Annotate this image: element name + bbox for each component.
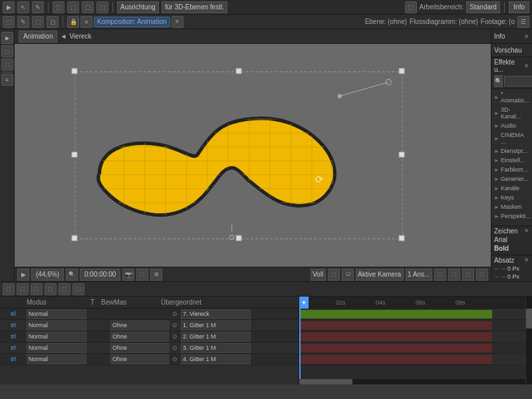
- ubername-dropdown-5[interactable]: 4. Gitter 1 M: [181, 354, 251, 364]
- timeline-right-scrollbar[interactable]: [525, 297, 532, 384]
- tool-icon-5[interactable]: ⬚: [82, 1, 94, 13]
- modus-dropdown-4[interactable]: Normal: [27, 343, 86, 353]
- effect-label: Kanäle: [501, 185, 519, 192]
- left-tool-4[interactable]: ≡: [1, 74, 13, 86]
- ubername-dropdown-3[interactable]: 2. Gitter 1 M: [181, 332, 251, 342]
- tool-s3[interactable]: ⬚: [32, 16, 44, 28]
- close-effekte-icon[interactable]: ✕: [524, 63, 529, 69]
- tool-s4[interactable]: ◻: [47, 16, 59, 28]
- view-icon-3[interactable]: ⬚: [462, 269, 474, 281]
- menu-icon[interactable]: ☰: [517, 16, 529, 28]
- modus-dropdown-1[interactable]: Normal: [27, 309, 86, 319]
- ubername-dropdown-2[interactable]: 1. Gitter 1 M: [181, 321, 251, 331]
- layer-label-2: trl: [0, 322, 27, 329]
- left-tool-2[interactable]: ⬚: [1, 45, 13, 57]
- effect-item-einstell[interactable]: ► Einstell...: [491, 156, 532, 165]
- ubername-dropdown-4[interactable]: 3. Gitter 1 M: [181, 343, 251, 353]
- track-row-1[interactable]: [299, 309, 525, 320]
- close-absatz-icon[interactable]: ✕: [524, 257, 529, 264]
- play-icon[interactable]: ▶: [17, 269, 29, 281]
- effect-item-generier[interactable]: ► Generier...: [491, 174, 532, 184]
- effect-item-keys[interactable]: ► Keys: [491, 193, 532, 202]
- svg-rect-7: [236, 235, 241, 241]
- effect-item-animatio[interactable]: ► * Animatio...: [491, 89, 532, 105]
- modus-dropdown-5[interactable]: Normal: [27, 354, 86, 364]
- effect-item-kanale[interactable]: ► Kanäle: [491, 184, 532, 193]
- effect-item-perspekti[interactable]: ► Perspekti...: [491, 211, 532, 221]
- track-row-2[interactable]: [299, 320, 525, 331]
- effect-item-audio[interactable]: ► Audio: [491, 121, 532, 130]
- views-dropdown[interactable]: 1 Ans...: [406, 269, 432, 281]
- ae-logo-icon[interactable]: ▶: [3, 1, 15, 13]
- comp-viewport[interactable]: ⟳: [15, 44, 491, 267]
- quality-dropdown[interactable]: Voll: [311, 269, 326, 281]
- tool-s1[interactable]: ⬚: [3, 16, 15, 28]
- modus-dropdown-3[interactable]: Normal: [27, 332, 86, 342]
- tool-icon-4[interactable]: ⬚: [67, 1, 79, 13]
- zoom-button[interactable]: (44,6%): [31, 269, 64, 281]
- track-row-5[interactable]: [299, 354, 525, 365]
- tool-icon-1[interactable]: ↖: [17, 1, 29, 13]
- tl-icon-6[interactable]: ⬚: [72, 283, 84, 295]
- bewmas-dropdown-2[interactable]: Ohne: [110, 321, 169, 331]
- left-tool-3[interactable]: ⬚: [1, 59, 13, 70]
- left-tool-1[interactable]: ▶: [1, 32, 13, 44]
- effect-item-dienstpr[interactable]: ► Dienstpr...: [491, 146, 532, 156]
- track-bar-4: [299, 344, 492, 352]
- tl-icon-5[interactable]: ⬚: [59, 283, 70, 295]
- workspace-dropdown[interactable]: Standard: [466, 1, 500, 13]
- grid-icon[interactable]: ⊞: [150, 269, 162, 281]
- arrow-icon: ►: [494, 158, 499, 164]
- view-icon-1[interactable]: ⬚: [434, 269, 446, 281]
- effect-item-masken[interactable]: ► Masken: [491, 202, 532, 211]
- close-comp-icon[interactable]: ✕: [172, 16, 184, 28]
- view-icon-4[interactable]: ⬚: [476, 269, 488, 281]
- breadcrumb-animation[interactable]: Animation: [19, 31, 57, 43]
- view-icon-2[interactable]: ⬚: [448, 269, 460, 281]
- alignment-dropdown[interactable]: Ausrichtung: [117, 1, 159, 13]
- zoom-icon[interactable]: 🔍: [66, 269, 78, 281]
- bewmas-dropdown-4[interactable]: Ohne: [110, 343, 169, 353]
- 3d-dropdown[interactable]: für 3D-Ebenen festl.: [162, 1, 227, 13]
- bewmas-dropdown-3[interactable]: Ohne: [110, 332, 169, 342]
- timeline-scrollbar[interactable]: [299, 379, 525, 384]
- svg-rect-8: [399, 235, 404, 241]
- effect-item-3dkanal[interactable]: ► 3D-Kanal...: [491, 105, 532, 121]
- tool-icon-2[interactable]: ✎: [32, 1, 44, 13]
- ubername-dropdown-1[interactable]: 7. Viereck: [181, 309, 251, 319]
- region-icon[interactable]: ⬚: [136, 269, 148, 281]
- chain-icon-1: ⊙: [169, 309, 181, 319]
- modus-dropdown-2[interactable]: Normal: [27, 321, 86, 331]
- close-zeichen-icon[interactable]: ✕: [524, 227, 529, 235]
- breadcrumb-viereck: Viereck: [69, 33, 91, 40]
- checkbox-icon[interactable]: ☑: [342, 269, 354, 281]
- effect-item-cinema[interactable]: ► CINEMA ...: [491, 130, 532, 146]
- toggle-icon[interactable]: ⬚: [405, 1, 417, 13]
- bewmas-dropdown-5[interactable]: Ohne: [110, 354, 169, 364]
- track-row-3[interactable]: [299, 331, 525, 342]
- right-scrollbar-thumb[interactable]: [526, 309, 532, 329]
- effects-search-input[interactable]: [504, 76, 532, 86]
- tl-icon-4[interactable]: ⬚: [45, 283, 57, 295]
- info-button[interactable]: Info: [509, 1, 529, 13]
- expand-icon[interactable]: ≡: [80, 16, 92, 28]
- tl-icon-1[interactable]: ⬚: [3, 283, 15, 295]
- lock-icon[interactable]: 🔒: [67, 16, 79, 28]
- close-info-icon[interactable]: ✕: [524, 33, 529, 40]
- tool-icon-6[interactable]: ⬚: [96, 1, 108, 13]
- tool-s2[interactable]: ✎: [17, 16, 29, 28]
- timecode-button[interactable]: 0:00:00:00: [80, 269, 120, 281]
- camera-dropdown[interactable]: Aktive Kamera: [356, 269, 404, 281]
- tool-icon-3[interactable]: ⬚: [53, 1, 65, 13]
- track-row-4[interactable]: [299, 342, 525, 354]
- camera-capture-icon[interactable]: 📷: [122, 269, 134, 281]
- scrollbar-thumb[interactable]: [299, 379, 352, 384]
- comp-tab-animation[interactable]: Komposition: Animation: [94, 17, 170, 27]
- tl-icon-2[interactable]: ⬚: [17, 283, 29, 295]
- effect-label: Audio: [501, 122, 516, 129]
- playhead-marker[interactable]: ▼: [299, 297, 309, 309]
- toggle-icon-2[interactable]: ⬚: [328, 269, 340, 281]
- tl-icon-3[interactable]: ⬚: [31, 283, 43, 295]
- effect-item-farbkorr[interactable]: ► Farbkorr...: [491, 165, 532, 174]
- effect-label: Masken: [501, 203, 522, 210]
